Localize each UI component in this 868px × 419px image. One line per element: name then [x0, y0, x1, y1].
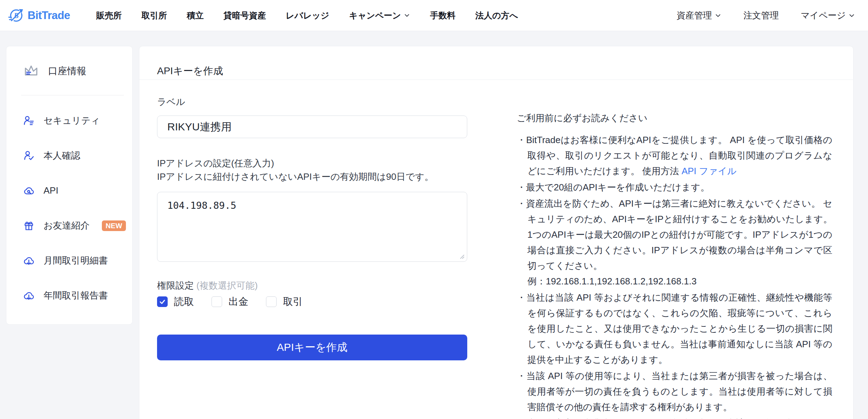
brand-name: BitTrade [28, 9, 70, 22]
sidebar-item-label: セキュリティ [44, 114, 100, 127]
person-list-icon [23, 115, 34, 126]
sidebar-item-label: 口座情報 [48, 65, 86, 77]
permissions-label: 権限設定 (複数選択可能) [157, 279, 258, 292]
nav-item-corporate[interactable]: 法人の方へ [475, 10, 518, 21]
gift-icon [23, 220, 34, 231]
nav-item-sell-office[interactable]: 販売所 [96, 10, 122, 21]
sidebar-item-referral[interactable]: お友達紹介 NEW [6, 208, 132, 243]
chevron-down-icon [714, 12, 722, 19]
checkbox-unchecked-icon[interactable] [212, 296, 222, 307]
ip-address-textarea[interactable]: 104.198.89.5 [157, 192, 467, 262]
nav-item-fees[interactable]: 手数料 [430, 10, 456, 21]
ip-field-label: IPアドレスの設定(任意入力) IPアドレスに紐付けされていないAPIキーの有効… [157, 157, 434, 183]
main-nav: 販売所 取引所 積立 貸暗号資産 レバレッジ キャンペーン 手数料 法人の方へ [96, 10, 518, 21]
sidebar-item-label: API [44, 185, 58, 196]
sidebar-item-label: 年間取引報告書 [44, 289, 108, 302]
chevron-down-icon [848, 12, 855, 19]
nav-item-order-management[interactable]: 注文管理 [743, 10, 779, 21]
page-title: APIキーを作成 [157, 64, 223, 78]
account-sidebar: 口座情報 セキュリティ [6, 46, 133, 325]
nav-item-lending[interactable]: 貸暗号資産 [224, 10, 266, 21]
crown-icon [23, 63, 40, 79]
nav-item-savings[interactable]: 積立 [187, 10, 204, 21]
permission-trade[interactable]: 取引 [266, 295, 303, 308]
cloud-download-icon [23, 290, 34, 301]
nav-item-asset-management[interactable]: 資産管理 [677, 10, 722, 21]
sidebar-item-label: お友達紹介 [44, 219, 90, 232]
checkbox-checked-icon[interactable] [157, 296, 168, 307]
usage-notice: ご利用前に必ずお読みください BitTradeはお客様に便利なAPIをご提供しま… [517, 112, 832, 419]
sidebar-item-annual-report[interactable]: 年間取引報告書 [6, 278, 132, 313]
nav-item-exchange[interactable]: 取引所 [141, 10, 167, 21]
api-key-create-panel: APIキーを作成 ラベル IPアドレスの設定(任意入力) IPアドレスに紐付けさ… [139, 46, 853, 419]
notice-item: 当該 API 等の使用等により、当社または第三者が損害を被った場合は、使用者等が… [517, 368, 832, 415]
new-badge: NEW [102, 220, 126, 231]
permission-withdraw[interactable]: 出金 [212, 295, 248, 308]
sidebar-item-api[interactable]: API [6, 173, 132, 208]
sidebar-item-security[interactable]: セキュリティ [6, 103, 132, 138]
api-label-input[interactable] [157, 116, 467, 138]
notice-item: BitTradeはお客様に便利なAPIをご提供します。 API を使って取引価格… [517, 132, 832, 179]
create-api-key-button[interactable]: APIキーを作成 [157, 335, 467, 360]
sidebar-item-identity-verification[interactable]: 本人確認 [6, 138, 132, 173]
bittrade-api-key-page: B BitTrade 販売所 取引所 積立 貸暗号資産 レバレッジ キャンペーン… [0, 0, 868, 419]
notice-item: 暗号資産交換事業者（及びそれに準ずる者）が当該 API 等を利用される場合は、事… [517, 415, 832, 419]
notice-title: ご利用前に必ずお読みください [517, 112, 832, 124]
nav-item-my-page[interactable]: マイページ [801, 10, 855, 21]
cloud-download-icon [23, 255, 34, 266]
permission-read[interactable]: 読取 [157, 295, 194, 308]
permissions-sublabel: (複数選択可能) [196, 280, 257, 291]
sidebar-menu: セキュリティ 本人確認 [6, 95, 132, 313]
user-nav: 資産管理 注文管理 マイページ [677, 10, 860, 21]
notice-item: 資産流出を防ぐため、APIキーは第三者に絶対に教えないでください。 セキュリティ… [517, 196, 832, 289]
svg-text:B: B [13, 12, 18, 19]
bittrade-logo-icon: B [8, 7, 24, 24]
ip-label-line1: IPアドレスの設定(任意入力) [157, 157, 434, 170]
notice-item: 当社は当該 API 等およびそれに関連する情報の正確性、継続性や機能等を何ら保証… [517, 290, 832, 367]
permissions-options: 読取 出金 取引 [157, 295, 303, 308]
checkbox-unchecked-icon[interactable] [266, 296, 277, 307]
bittrade-logo[interactable]: B BitTrade [8, 7, 70, 24]
cloud-key-icon [23, 185, 34, 196]
sidebar-item-account-info[interactable]: 口座情報 [6, 46, 132, 79]
sidebar-item-label: 月間取引明細書 [44, 254, 108, 267]
ip-example: 例：192.168.1.1,192.168.1.2,192.168.1.3 [527, 273, 832, 289]
notice-item: 最大で20組のAPIキーを作成いただけます。 [517, 179, 832, 195]
nav-item-leverage[interactable]: レバレッジ [286, 10, 329, 21]
chevron-down-icon [404, 12, 410, 19]
ip-textarea-wrap: 104.198.89.5 [157, 192, 467, 262]
ip-label-note: IPアドレスに紐付けされていないAPIキーの有効期間は90日です。 [157, 170, 434, 183]
label-field-label: ラベル [157, 96, 185, 108]
top-navigation-bar: B BitTrade 販売所 取引所 積立 貸暗号資産 レバレッジ キャンペーン… [0, 0, 868, 31]
title-divider [139, 79, 853, 80]
api-file-link[interactable]: API ファイル [682, 166, 737, 176]
nav-item-campaign[interactable]: キャンペーン [349, 10, 410, 21]
person-check-icon [23, 150, 34, 161]
sidebar-item-label: 本人確認 [44, 149, 80, 162]
sidebar-item-monthly-statement[interactable]: 月間取引明細書 [6, 243, 132, 278]
